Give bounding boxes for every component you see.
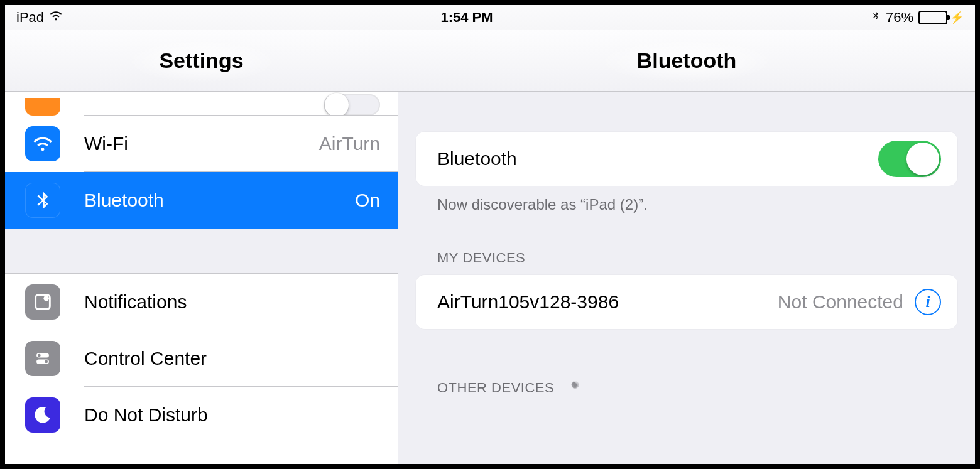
- sidebar-item-label: Control Center: [84, 348, 380, 369]
- spinner-icon: [565, 379, 583, 397]
- device-status: Not Connected: [778, 291, 903, 313]
- sidebar-item-detail: AirTurn: [319, 133, 380, 154]
- other-devices-header: OTHER DEVICES: [416, 379, 957, 406]
- bluetooth-toggle[interactable]: [878, 141, 941, 177]
- bluetooth-toggle-label: Bluetooth: [437, 148, 878, 170]
- wifi-icon: [25, 126, 60, 161]
- control-center-icon: [25, 341, 60, 376]
- bluetooth-status-icon: [871, 9, 881, 26]
- sidebar-item-label: Do Not Disturb: [84, 404, 380, 426]
- sidebar-title: Settings: [5, 30, 398, 92]
- settings-sidebar: Settings Wi-Fi AirTurn: [5, 30, 398, 464]
- notifications-icon: [25, 284, 60, 320]
- airplane-icon: [25, 98, 60, 116]
- device-row[interactable]: AirTurn105v128-3986 Not Connected i: [416, 275, 957, 329]
- sidebar-item-detail: On: [355, 190, 380, 211]
- bluetooth-detail-panel: Bluetooth Bluetooth Now discoverable as …: [398, 30, 975, 464]
- battery-percent: 76%: [886, 9, 913, 26]
- charging-icon: ⚡: [950, 11, 964, 24]
- wifi-status-icon: [49, 9, 63, 26]
- sidebar-item-label: Bluetooth: [84, 190, 355, 211]
- device-name: AirTurn105v128-3986: [437, 291, 778, 313]
- info-icon[interactable]: i: [915, 289, 941, 315]
- moon-icon: [25, 397, 60, 433]
- sidebar-item-dnd[interactable]: Do Not Disturb: [5, 387, 398, 443]
- screen: iPad 1:54 PM 76% ⚡ Settings: [5, 5, 975, 464]
- device-label: iPad: [16, 9, 44, 26]
- detail-title: Bluetooth: [398, 30, 975, 92]
- svg-point-5: [45, 360, 48, 364]
- status-bar: iPad 1:54 PM 76% ⚡: [5, 5, 975, 30]
- my-devices-header: MY DEVICES: [416, 250, 957, 275]
- sidebar-item-bluetooth[interactable]: Bluetooth On: [5, 172, 398, 229]
- sidebar-item-control-center[interactable]: Control Center: [5, 330, 398, 387]
- sidebar-item-wifi[interactable]: Wi-Fi AirTurn: [5, 116, 398, 172]
- svg-point-3: [38, 354, 41, 357]
- airplane-toggle[interactable]: [324, 94, 380, 116]
- sidebar-item-airplane[interactable]: [5, 92, 398, 116]
- sidebar-item-label: Wi-Fi: [84, 133, 319, 154]
- device-frame: iPad 1:54 PM 76% ⚡ Settings: [0, 0, 980, 469]
- settings-list[interactable]: Wi-Fi AirTurn Bluetooth On Noti: [5, 92, 398, 464]
- sidebar-item-label: Notifications: [84, 291, 380, 313]
- bluetooth-icon: [25, 183, 60, 218]
- discoverable-text: Now discoverable as “iPad (2)”.: [416, 186, 957, 213]
- sidebar-item-notifications[interactable]: Notifications: [5, 274, 398, 330]
- section-divider: [5, 229, 398, 274]
- status-time: 1:54 PM: [63, 9, 871, 26]
- bluetooth-toggle-row[interactable]: Bluetooth: [416, 132, 957, 186]
- svg-point-1: [43, 296, 49, 301]
- battery-icon: ⚡: [918, 11, 964, 24]
